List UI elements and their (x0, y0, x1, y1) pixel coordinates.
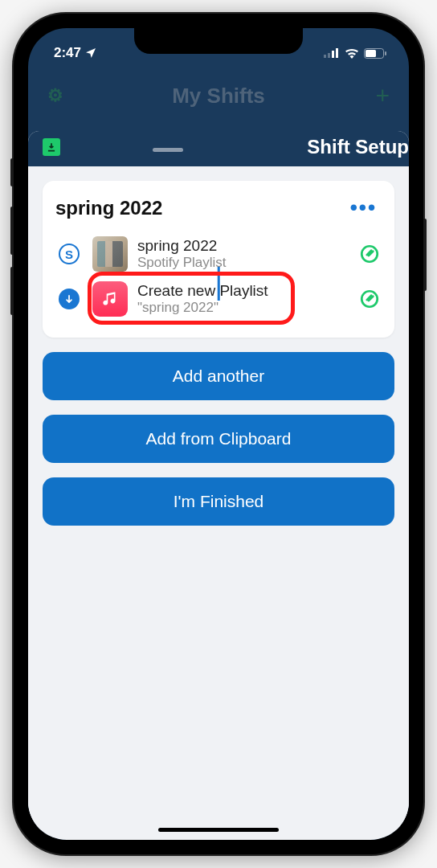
svg-rect-6 (385, 51, 386, 55)
source-row[interactable]: S spring 2022 Spotify Playlist (55, 231, 382, 276)
phone-frame: 2:47 ⚙ My Shifts + Shift Setup (14, 14, 423, 854)
svg-rect-1 (328, 53, 330, 58)
card-title: spring 2022 (55, 197, 162, 219)
target-row[interactable]: Create new Playlist "spring 2022" (55, 276, 382, 321)
source-subtitle: Spotify Playlist (137, 255, 348, 271)
playlist-art-icon (92, 236, 128, 272)
edit-source-button[interactable] (357, 244, 382, 264)
svg-rect-5 (366, 50, 376, 57)
im-finished-button[interactable]: I'm Finished (43, 477, 394, 526)
screen: 2:47 ⚙ My Shifts + Shift Setup (28, 28, 409, 840)
source-name: spring 2022 (137, 237, 348, 255)
add-from-clipboard-button[interactable]: Add from Clipboard (43, 415, 394, 463)
svg-rect-2 (332, 51, 334, 58)
background-header: ⚙ My Shifts + (28, 73, 409, 118)
location-icon (84, 47, 97, 59)
sheet-body: spring 2022 ••• S spring 2022 (28, 166, 409, 830)
add-another-button[interactable]: Add another (43, 352, 394, 400)
svg-rect-0 (324, 55, 326, 58)
sheet-header: Shift Setup (28, 131, 409, 166)
apple-music-icon (92, 281, 128, 317)
wifi-icon (345, 48, 359, 59)
cell-signal-icon (324, 48, 340, 58)
background-title: My Shifts (172, 84, 265, 108)
sheet-title: Shift Setup (307, 136, 409, 158)
target-subtitle: "spring 2022" (137, 300, 348, 316)
home-indicator[interactable] (158, 828, 279, 832)
target-name: Create new Playlist (137, 282, 348, 300)
source-badge-icon: S (59, 244, 80, 264)
more-button[interactable]: ••• (345, 195, 382, 220)
edit-target-button[interactable] (357, 289, 382, 309)
status-time: 2:47 (54, 45, 81, 61)
target-arrow-icon (59, 289, 80, 309)
shift-card: spring 2022 ••• S spring 2022 (43, 181, 394, 338)
sheet-handle[interactable] (153, 148, 183, 152)
download-icon[interactable] (43, 138, 60, 156)
modal-sheet: Shift Setup spring 2022 ••• S (28, 131, 409, 840)
plus-icon: + (375, 82, 390, 109)
battery-icon (364, 48, 386, 59)
notch (134, 28, 303, 54)
gear-icon: ⚙ (47, 85, 63, 106)
svg-rect-3 (336, 48, 338, 58)
